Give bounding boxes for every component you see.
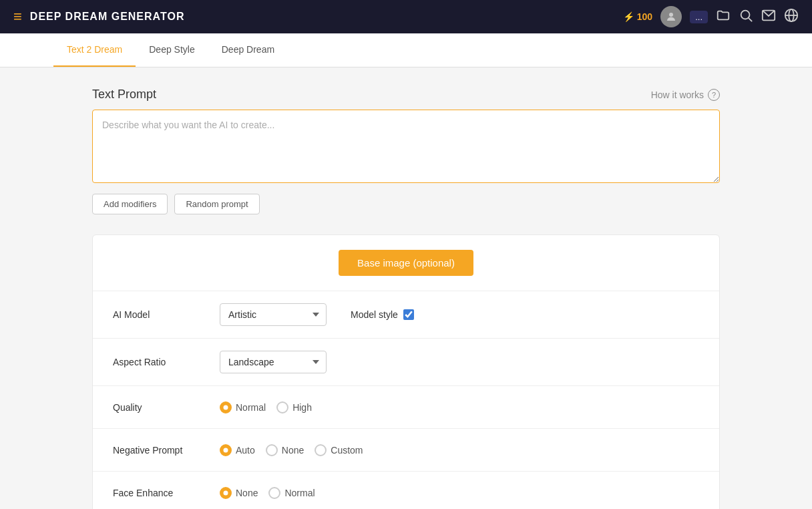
aspect-ratio-controls: Landscape Portrait Square: [220, 351, 699, 373]
ai-model-label: AI Model: [113, 309, 220, 320]
svg-line-2: [749, 18, 752, 21]
negative-prompt-auto-label: Auto: [236, 445, 255, 456]
quality-high-label: High: [292, 402, 312, 413]
model-style-option: Model style: [351, 309, 414, 320]
aspect-ratio-select[interactable]: Landscape Portrait Square: [220, 351, 327, 373]
credits-display: ⚡ 100: [623, 11, 652, 22]
quality-row: Quality Normal High: [93, 386, 719, 429]
face-enhance-normal-label: Normal: [284, 488, 315, 498]
username-badge: ...: [690, 11, 708, 23]
text-prompt-input[interactable]: [92, 110, 720, 183]
quality-high-option[interactable]: High: [276, 401, 312, 413]
face-enhance-row: Face Enhance None Normal: [93, 472, 719, 509]
ai-model-controls: Artistic Portrait Landscape Abstract Mod…: [220, 303, 699, 326]
search-icon[interactable]: [739, 8, 753, 26]
negative-prompt-none-option[interactable]: None: [266, 444, 304, 456]
app-title: DEEP DREAM GENERATOR: [30, 11, 185, 23]
settings-panel: Base image (optional) AI Model Artistic …: [92, 234, 720, 509]
main-content: Text Prompt How it works ? Add modifiers…: [39, 88, 773, 509]
text-prompt-section-header: Text Prompt How it works ?: [92, 88, 720, 102]
face-enhance-none-radio[interactable]: [220, 487, 232, 499]
quality-controls: Normal High: [220, 401, 699, 413]
model-style-label: Model style: [351, 309, 398, 320]
quality-normal-radio[interactable]: [220, 401, 232, 413]
quality-normal-label: Normal: [236, 402, 266, 413]
tab-deep-dream[interactable]: Deep Dream: [208, 33, 288, 67]
face-enhance-none-option[interactable]: None: [220, 487, 258, 499]
text-prompt-title: Text Prompt: [92, 88, 156, 102]
base-image-row: Base image (optional): [93, 235, 719, 291]
add-modifiers-button[interactable]: Add modifiers: [92, 194, 168, 214]
menu-icon[interactable]: ≡: [13, 8, 22, 25]
quality-normal-option[interactable]: Normal: [220, 401, 266, 413]
face-enhance-label: Face Enhance: [113, 488, 220, 498]
credits-amount: 100: [637, 11, 652, 22]
negative-prompt-controls: Auto None Custom: [220, 444, 699, 456]
aspect-ratio-label: Aspect Ratio: [113, 357, 220, 367]
svg-point-0: [669, 13, 673, 17]
bolt-icon: ⚡: [623, 11, 634, 22]
negative-prompt-custom-radio[interactable]: [315, 444, 327, 456]
quality-label: Quality: [113, 402, 220, 413]
negative-prompt-custom-label: Custom: [331, 445, 363, 456]
svg-point-1: [741, 10, 750, 19]
negative-prompt-label: Negative Prompt: [113, 445, 220, 456]
negative-prompt-auto-radio[interactable]: [220, 444, 232, 456]
how-it-works-link[interactable]: How it works ?: [651, 89, 720, 101]
face-enhance-controls: None Normal: [220, 487, 699, 499]
face-enhance-normal-option[interactable]: Normal: [268, 487, 315, 499]
random-prompt-button[interactable]: Random prompt: [174, 194, 259, 214]
base-image-button[interactable]: Base image (optional): [339, 250, 473, 276]
how-it-works-label: How it works: [651, 90, 704, 100]
negative-prompt-none-radio[interactable]: [266, 444, 278, 456]
help-icon: ?: [708, 89, 720, 101]
ai-model-select[interactable]: Artistic Portrait Landscape Abstract: [220, 303, 327, 326]
mail-icon[interactable]: [761, 8, 776, 26]
prompt-buttons: Add modifiers Random prompt: [92, 194, 720, 214]
aspect-ratio-row: Aspect Ratio Landscape Portrait Square: [93, 339, 719, 386]
nav-tabs: Text 2 Dream Deep Style Deep Dream: [0, 33, 812, 67]
header: ≡ DEEP DREAM GENERATOR ⚡ 100 ...: [0, 0, 812, 33]
negative-prompt-none-label: None: [282, 445, 304, 456]
quality-high-radio[interactable]: [276, 401, 288, 413]
folder-icon[interactable]: [716, 8, 731, 26]
negative-prompt-auto-option[interactable]: Auto: [220, 444, 255, 456]
globe-icon[interactable]: [784, 8, 799, 26]
tab-deep-style[interactable]: Deep Style: [136, 33, 208, 67]
negative-prompt-row: Negative Prompt Auto None Custom: [93, 429, 719, 472]
face-enhance-none-label: None: [236, 488, 258, 498]
model-style-checkbox[interactable]: [403, 309, 414, 320]
negative-prompt-custom-option[interactable]: Custom: [315, 444, 363, 456]
avatar[interactable]: [660, 6, 682, 27]
tab-text2dream[interactable]: Text 2 Dream: [53, 33, 136, 67]
face-enhance-normal-radio[interactable]: [268, 487, 280, 499]
ai-model-row: AI Model Artistic Portrait Landscape Abs…: [93, 291, 719, 339]
